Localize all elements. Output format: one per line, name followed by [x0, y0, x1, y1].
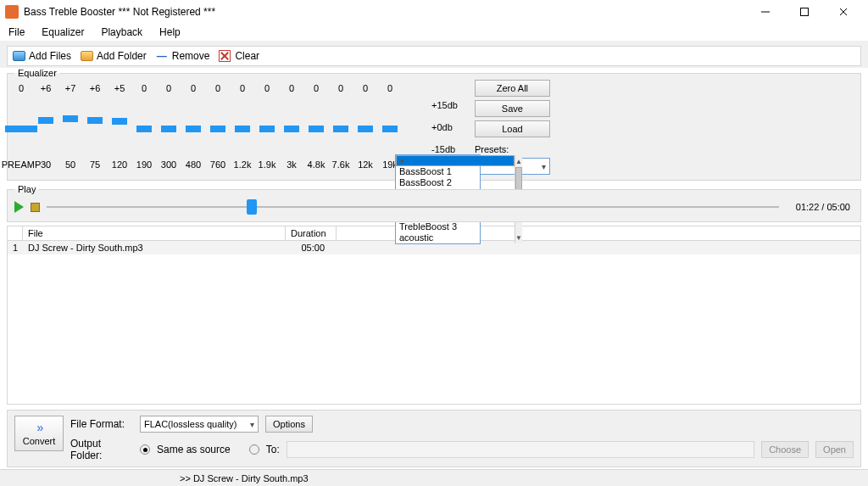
eq-value-4.8k: 0 [314, 83, 319, 97]
maximize-button[interactable] [785, 0, 824, 24]
eq-thumb-1.9k[interactable] [259, 126, 275, 132]
eq-slider-30[interactable] [40, 102, 52, 156]
presets-label: Presets: [475, 144, 550, 154]
eq-thumb-4.8k[interactable] [309, 126, 324, 132]
eq-thumb-50[interactable] [63, 115, 78, 122]
eq-thumb-30[interactable] [38, 117, 53, 124]
eq-slider-480[interactable] [187, 102, 199, 156]
minimize-button[interactable] [746, 0, 785, 24]
eq-value-3k: 0 [289, 83, 294, 97]
eq-slider-190[interactable] [138, 102, 150, 156]
add-folder-label: Add Folder [97, 50, 147, 62]
preset-option[interactable] [396, 155, 515, 166]
eq-value-7.6k: 0 [338, 83, 343, 97]
close-button[interactable] [824, 0, 863, 24]
menu-playback[interactable]: Playback [97, 25, 146, 39]
equalizer-legend: Equalizer [14, 68, 60, 78]
eq-slider-760[interactable] [212, 102, 224, 156]
scroll-down-icon[interactable]: ▼ [515, 232, 522, 243]
play-group: Play 01:22 / 05:00 [7, 184, 861, 222]
clear-button[interactable]: Clear [218, 49, 259, 63]
load-button[interactable]: Load [475, 120, 550, 137]
eq-slider-1.2k[interactable] [236, 102, 248, 156]
save-button[interactable]: Save [475, 100, 550, 117]
eq-thumb-300[interactable] [161, 126, 176, 132]
eq-slider-300[interactable] [163, 102, 175, 156]
menu-file[interactable]: File [5, 25, 28, 39]
db-bot: -15db [431, 144, 458, 154]
eq-thumb-480[interactable] [186, 126, 201, 132]
clear-label: Clear [235, 50, 259, 62]
open-button[interactable]: Open [815, 441, 854, 458]
remove-button[interactable]: — Remove [155, 49, 210, 63]
preset-option[interactable]: TrebleBoost 3 [396, 221, 515, 232]
eq-slider-3k[interactable] [286, 102, 298, 156]
zero-all-button[interactable]: Zero All [475, 80, 550, 97]
play-icon[interactable] [14, 201, 24, 213]
window-title: Bass Treble Booster *** Not Registered *… [24, 6, 741, 18]
eq-slider-19k[interactable] [384, 102, 396, 156]
eq-value-19k: 0 [387, 83, 392, 97]
eq-hz-120: 120 [112, 159, 127, 170]
radio-same-as-source[interactable] [140, 444, 150, 455]
eq-thumb-760[interactable] [210, 126, 225, 132]
eq-slider-12k[interactable] [359, 102, 371, 156]
eq-value-75: +6 [90, 83, 101, 97]
eq-slider-120[interactable] [114, 102, 125, 156]
seek-thumb[interactable] [247, 199, 257, 215]
eq-thumb-7.6k[interactable] [333, 126, 348, 132]
eq-slider-7.6k[interactable] [335, 102, 347, 156]
menu-equalizer[interactable]: Equalizer [38, 25, 87, 39]
status-text: >> DJ Screw - Dirty South.mp3 [180, 473, 309, 483]
eq-thumb-19k[interactable] [382, 126, 398, 132]
seek-slider[interactable] [47, 204, 779, 209]
eq-slider-75[interactable] [89, 102, 101, 156]
eq-slider-1.9k[interactable] [261, 102, 273, 156]
play-time: 01:22 / 05:00 [796, 202, 850, 212]
add-files-button[interactable]: Add Files [12, 49, 71, 63]
add-folder-button[interactable]: Add Folder [80, 49, 147, 63]
choose-button[interactable]: Choose [761, 441, 809, 458]
eq-value-760: 0 [215, 83, 220, 97]
eq-thumb-190[interactable] [136, 126, 152, 132]
eq-hz-190: 190 [136, 159, 152, 170]
eq-value-12k: 0 [363, 83, 368, 97]
add-files-label: Add Files [29, 50, 71, 62]
svg-rect-1 [801, 8, 809, 16]
clear-icon [218, 49, 231, 63]
preset-option[interactable]: acoustic [396, 232, 515, 243]
col-duration-header[interactable]: Duration [286, 226, 337, 240]
options-button[interactable]: Options [265, 416, 313, 433]
eq-slider-4.8k[interactable] [310, 102, 322, 156]
play-legend: Play [14, 184, 39, 194]
file-format-select[interactable]: FLAC(lossless quality) [140, 416, 259, 433]
menubar: File Equalizer Playback Help [0, 24, 868, 41]
eq-thumb-1.2k[interactable] [235, 126, 250, 132]
preset-option[interactable]: BassBoost 1 [396, 166, 515, 177]
eq-thumb-120[interactable] [112, 118, 127, 125]
radio-to[interactable] [249, 444, 259, 455]
folder-icon [80, 49, 93, 63]
scroll-up-icon[interactable]: ▲ [515, 155, 522, 167]
eq-slider-50[interactable] [64, 102, 76, 156]
convert-button[interactable]: » Convert [14, 416, 64, 451]
playlist: File Duration 1DJ Screw - Dirty South.mp… [7, 226, 861, 405]
window-titlebar: Bass Treble Booster *** Not Registered *… [0, 0, 868, 24]
preamp-thumb[interactable] [5, 126, 37, 132]
eq-thumb-3k[interactable] [284, 126, 299, 132]
eq-value-50: +7 [65, 83, 76, 97]
col-file-header[interactable]: File [23, 226, 286, 240]
stop-icon[interactable] [31, 203, 40, 212]
eq-value-300: 0 [166, 83, 171, 97]
minus-icon: — [155, 49, 169, 63]
menu-help[interactable]: Help [156, 25, 184, 39]
output-path-field[interactable] [287, 441, 754, 458]
eq-hz-75: 75 [90, 159, 100, 170]
eq-thumb-75[interactable] [87, 117, 103, 124]
eq-value-1.9k: 0 [264, 83, 270, 97]
preamp-slider[interactable] [7, 102, 36, 156]
col-index [8, 226, 23, 240]
remove-label: Remove [172, 50, 210, 62]
eq-thumb-12k[interactable] [358, 126, 373, 132]
equalizer-group: Equalizer 0PREAMP+630+750+675+5120019003… [7, 68, 861, 181]
